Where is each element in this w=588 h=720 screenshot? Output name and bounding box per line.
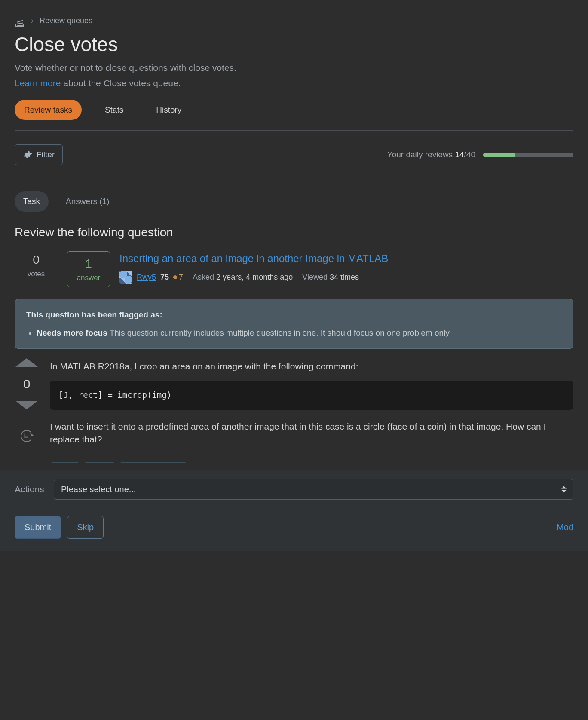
avatar[interactable]: [119, 271, 132, 284]
question-answers-count: 1: [67, 255, 110, 273]
actions-bar: Actions Please select one...: [0, 470, 588, 508]
subtab-answers[interactable]: Answers (1): [57, 191, 118, 212]
upvote-button[interactable]: [15, 358, 38, 367]
asked-label: Asked: [193, 273, 214, 281]
breadcrumb: › Review queues: [15, 15, 573, 27]
actions-label: Actions: [15, 483, 44, 496]
gear-icon: [23, 150, 32, 159]
question-votes: 0 votes: [15, 251, 58, 279]
main-tabs: Review tasks Stats History: [15, 100, 573, 131]
flag-notice: This question has been flagged as: Needs…: [15, 299, 573, 348]
page-title: Close votes: [15, 30, 573, 59]
mod-link[interactable]: Mod: [557, 521, 573, 534]
stackoverflow-logo-icon[interactable]: [15, 15, 25, 27]
tab-stats[interactable]: Stats: [95, 100, 133, 120]
post-paragraph-1: In MATLAB R2018a, I crop an area on an i…: [50, 360, 573, 373]
post-paragraph-2: I want to insert it onto a predefined ar…: [50, 420, 573, 446]
learn-more-line: Learn more about the Close votes queue.: [15, 77, 573, 90]
question-title-link[interactable]: Inserting an area of an image in another…: [119, 251, 573, 266]
breadcrumb-link-review-queues[interactable]: Review queues: [40, 15, 92, 26]
submit-button[interactable]: Submit: [15, 516, 61, 539]
page-subtitle: Vote whether or not to close questions w…: [15, 61, 573, 74]
chevron-right-icon: ›: [31, 15, 34, 26]
filter-button[interactable]: Filter: [15, 144, 63, 165]
post-score: 0: [23, 375, 31, 394]
tab-history[interactable]: History: [147, 100, 191, 120]
actions-select[interactable]: Please select one...: [54, 479, 573, 500]
tag-image-processing[interactable]: image-processing: [119, 462, 187, 463]
learn-more-rest: about the Close votes queue.: [61, 78, 181, 88]
review-heading: Review the following question: [15, 224, 573, 241]
viewed-label: Viewed: [302, 273, 328, 281]
select-caret-icon: [561, 486, 567, 493]
learn-more-link[interactable]: Learn more: [15, 78, 61, 88]
asked-value: 2 years, 4 months ago: [216, 273, 293, 281]
actions-select-wrap: Please select one...: [54, 479, 573, 500]
daily-reviews-text: Your daily reviews 14/40: [387, 149, 475, 161]
submit-row: Submit Skip Mod: [0, 508, 588, 551]
skip-button[interactable]: Skip: [67, 516, 104, 539]
tag-image[interactable]: image: [50, 462, 80, 463]
tab-review-tasks[interactable]: Review tasks: [15, 100, 82, 120]
user-reputation: 75: [160, 272, 169, 283]
review-subtabs: Task Answers (1): [15, 191, 573, 212]
question-summary: 0 votes 1 answer Inserting an area of an…: [15, 251, 573, 287]
question-answers-label: answer: [67, 273, 110, 284]
question-votes-label: votes: [15, 269, 58, 280]
question-votes-count: 0: [15, 251, 58, 269]
daily-reviews-progress: [483, 153, 573, 157]
timeline-icon[interactable]: [21, 430, 33, 442]
subtab-task[interactable]: Task: [15, 191, 49, 212]
user-link[interactable]: Rwy5: [137, 272, 156, 283]
bronze-badge-count: 7: [173, 272, 183, 283]
viewed-value: 34 times: [330, 273, 359, 281]
flag-notice-heading: This question has been flagged as:: [26, 309, 562, 321]
vote-column: 0: [15, 358, 39, 464]
tag-list: image matlab image-processing: [50, 462, 573, 463]
tag-matlab[interactable]: matlab: [83, 462, 116, 463]
question-answers: 1 answer: [67, 251, 110, 287]
filter-button-label: Filter: [37, 150, 55, 159]
flag-reason: Needs more focus This question currently…: [37, 327, 562, 339]
post-body: In MATLAB R2018a, I crop an area on an i…: [50, 358, 573, 464]
downvote-button[interactable]: [15, 401, 38, 409]
code-block: [J, rect] = imcrop(img): [50, 381, 573, 410]
